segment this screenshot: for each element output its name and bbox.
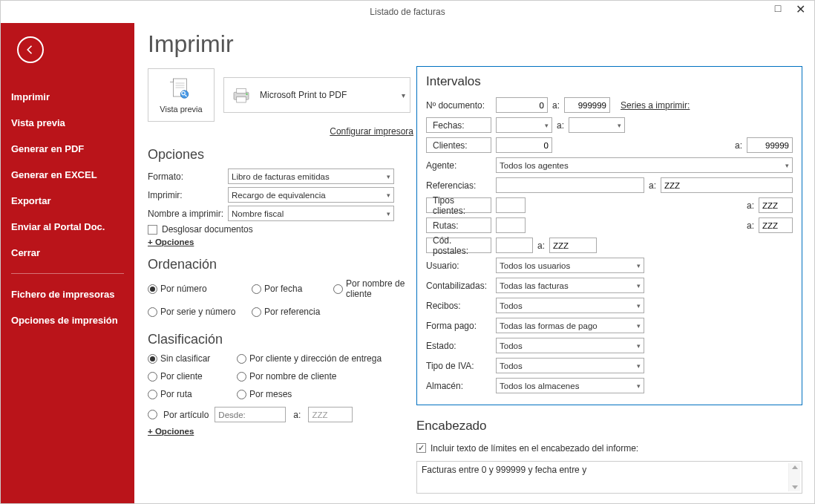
sidebar-item-exportar[interactable]: Exportar: [1, 188, 134, 214]
rutas-from-input[interactable]: [496, 217, 526, 233]
n-doc-from-input[interactable]: [496, 97, 548, 113]
fecha-hasta-select[interactable]: ▾: [569, 117, 625, 133]
contabilizadas-select[interactable]: Todas las facturas▾: [496, 278, 644, 293]
clientes-to-input[interactable]: [747, 137, 793, 153]
nombre-select[interactable]: Nombre fiscal▾: [228, 206, 394, 221]
a-label-articulo: a:: [293, 410, 301, 420]
ordenacion-heading: Ordenación: [148, 257, 415, 272]
usuario-label: Usuario:: [426, 261, 496, 271]
close-icon[interactable]: ✕: [791, 2, 810, 16]
chevron-down-icon: ▾: [637, 382, 641, 390]
sidebar-item-enviar-portal[interactable]: Enviar al Portal Doc.: [1, 214, 134, 240]
config-printer-link[interactable]: Configurar impresora: [148, 126, 413, 137]
sidebar-separator: [11, 273, 124, 274]
maximize-icon[interactable]: □: [768, 2, 788, 16]
radio-por-cliente-entrega[interactable]: [237, 354, 246, 364]
printer-select[interactable]: Microsoft Print to PDF ▾: [223, 77, 410, 113]
mas-opciones-clas-link[interactable]: + Opciones: [148, 427, 415, 436]
chevron-down-icon: ▾: [637, 322, 641, 330]
radio-por-ruta[interactable]: [148, 390, 157, 399]
radio-por-serie-numero[interactable]: [148, 307, 157, 317]
cod-postales-to-input[interactable]: [549, 238, 597, 253]
cod-postales-button[interactable]: Cód. postales:: [426, 238, 491, 253]
referencias-to-input[interactable]: [661, 177, 793, 193]
radio-por-referencia[interactable]: [252, 307, 261, 317]
almacen-label: Almacén:: [426, 381, 496, 391]
estado-select[interactable]: Todos▾: [496, 338, 644, 353]
desglosar-label: Desglosar documentos: [162, 224, 253, 235]
encabezado-heading: Encabezado: [416, 419, 802, 433]
sidebar: Imprimir Vista previa Generar en PDF Gen…: [1, 23, 134, 503]
imprimir-label: Imprimir:: [148, 190, 228, 200]
tipos-clientes-to-input[interactable]: [759, 197, 793, 213]
svg-point-10: [246, 94, 248, 96]
a-label: a:: [552, 100, 560, 111]
agente-select[interactable]: Todos los agentes▾: [496, 157, 793, 173]
radio-por-meses[interactable]: [237, 390, 246, 399]
titlebar: Listado de facturas □ ✕: [1, 1, 814, 23]
usuario-select[interactable]: Todos los usuarios▾: [496, 258, 644, 273]
forma-pago-select[interactable]: Todas las formas de pago▾: [496, 318, 644, 333]
back-button[interactable]: [17, 36, 44, 63]
radio-por-numero[interactable]: [148, 284, 157, 294]
encabezado-textarea[interactable]: Facturas entre 0 y 999999 y fecha entre …: [416, 461, 802, 494]
referencias-label: Referencias:: [426, 180, 496, 191]
sidebar-item-cerrar[interactable]: Cerrar: [1, 240, 134, 266]
articulo-hasta-input[interactable]: [308, 407, 353, 422]
n-doc-to-input[interactable]: [564, 97, 610, 113]
tipos-clientes-button[interactable]: Tipos clientes:: [426, 197, 491, 213]
radio-por-fecha[interactable]: [252, 284, 261, 294]
intervalos-panel: Intervalos Nº documento: a: Series a imp…: [416, 66, 802, 405]
sidebar-item-imprimir[interactable]: Imprimir: [1, 84, 134, 110]
referencias-from-input[interactable]: [496, 177, 644, 193]
sidebar-item-vista-previa[interactable]: Vista previa: [1, 110, 134, 136]
scrollbar[interactable]: [788, 463, 800, 491]
arrow-left-icon: [24, 43, 37, 56]
radio-por-articulo[interactable]: [148, 410, 157, 419]
recibos-select[interactable]: Todos▾: [496, 298, 644, 313]
a-label: a:: [537, 240, 545, 251]
a-label: a:: [557, 120, 564, 131]
vista-previa-button[interactable]: Vista previa: [148, 68, 215, 122]
imprimir-select[interactable]: Recargo de equivalencia▾: [228, 187, 394, 203]
rutas-button[interactable]: Rutas:: [426, 217, 491, 233]
rutas-to-input[interactable]: [759, 217, 793, 233]
desglosar-checkbox[interactable]: [148, 225, 157, 235]
incluir-checkbox[interactable]: [416, 443, 426, 453]
sidebar-item-opciones-impresion[interactable]: Opciones de impresión: [1, 307, 134, 333]
fecha-desde-select[interactable]: ▾: [496, 117, 552, 133]
opciones-heading: Opciones: [148, 147, 415, 163]
clientes-from-input[interactable]: [496, 137, 552, 153]
intervalos-heading: Intervalos: [426, 74, 793, 89]
vista-previa-label: Vista previa: [160, 105, 202, 114]
a-label: a:: [747, 200, 754, 211]
printer-icon: [230, 84, 252, 106]
almacen-select[interactable]: Todos los almacenes▾: [496, 378, 644, 393]
formato-label: Formato:: [148, 171, 228, 182]
formato-select[interactable]: Libro de facturas emitidas▾: [228, 168, 394, 184]
radio-por-cliente[interactable]: [148, 372, 157, 382]
fechas-button[interactable]: Fechas:: [426, 117, 491, 133]
sidebar-item-generar-excel[interactable]: Generar en EXCEL: [1, 162, 134, 188]
tipos-clientes-from-input[interactable]: [496, 197, 526, 213]
tipo-iva-select[interactable]: Todos▾: [496, 358, 644, 373]
radio-por-nombre-cliente[interactable]: [237, 372, 246, 382]
mas-opciones-link[interactable]: + Opciones: [148, 238, 415, 246]
articulo-desde-input[interactable]: [215, 407, 286, 422]
cod-postales-from-input[interactable]: [496, 238, 533, 253]
clasificacion-heading: Clasificación: [148, 332, 415, 347]
recibos-label: Recibos:: [426, 301, 496, 311]
radio-sin-clasificar[interactable]: [148, 354, 157, 364]
agente-label: Agente:: [426, 160, 496, 171]
chevron-down-icon: ▾: [637, 362, 641, 370]
clientes-button[interactable]: Clientes:: [426, 137, 491, 153]
a-label: a:: [747, 220, 754, 231]
printer-name: Microsoft Print to PDF: [260, 90, 347, 100]
sidebar-item-generar-pdf[interactable]: Generar en PDF: [1, 136, 134, 162]
contabilizadas-label: Contabilizadas:: [426, 281, 496, 291]
n-doc-label: Nº documento:: [426, 100, 496, 111]
radio-por-nombre-cliente-ord[interactable]: [333, 284, 343, 294]
tipo-iva-label: Tipo de IVA:: [426, 361, 496, 371]
sidebar-item-fichero-impresoras[interactable]: Fichero de impresoras: [1, 281, 134, 307]
series-a-imprimir-link[interactable]: Series a imprimir:: [621, 100, 690, 111]
